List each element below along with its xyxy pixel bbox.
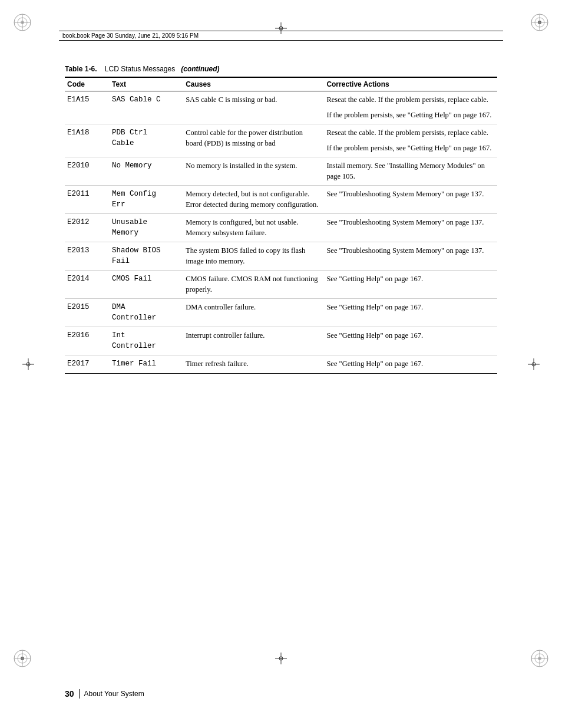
col-header-text: Text <box>110 77 183 91</box>
header-bar: book.book Page 30 Sunday, June 21, 2009 … <box>59 31 503 41</box>
row-causes: The system BIOS failed to copy its flash… <box>183 242 324 271</box>
table-row: E1A15SAS Cable CSAS cable C is missing o… <box>65 91 497 124</box>
main-content: Table 1-6. LCD Status Messages (continue… <box>65 65 497 645</box>
row-text: Timer Fail <box>110 355 183 374</box>
row-causes: SAS cable C is missing or bad. <box>183 91 324 124</box>
crosshair-left <box>22 358 34 370</box>
row-code: E1A18 <box>65 124 110 157</box>
row-causes: Timer refresh failure. <box>183 355 324 374</box>
row-code: E2014 <box>65 271 110 299</box>
row-code: E2010 <box>65 157 110 186</box>
row-code: E2013 <box>65 242 110 271</box>
row-causes: Control cable for the power distribution… <box>183 124 324 157</box>
corner-decoration-tl <box>12 12 33 33</box>
col-header-causes: Causes <box>183 77 324 91</box>
table-row: E2010No MemoryNo memory is installed in … <box>65 157 497 186</box>
row-text: DMA Controller <box>110 299 183 327</box>
row-actions: See "Getting Help" on page 167. <box>324 327 497 355</box>
row-actions: Reseat the cable. If the problem persist… <box>324 124 497 157</box>
row-code: E2017 <box>65 355 110 374</box>
table-row: E2014CMOS FailCMOS failure. CMOS RAM not… <box>65 271 497 299</box>
table-row: E2017Timer FailTimer refresh failure.See… <box>65 355 497 374</box>
corner-decoration-bl <box>12 648 33 669</box>
row-code: E2016 <box>65 327 110 355</box>
row-actions: Install memory. See "Installing Memory M… <box>324 157 497 186</box>
row-code: E2011 <box>65 186 110 214</box>
row-code: E1A15 <box>65 91 110 124</box>
row-causes: DMA controller failure. <box>183 299 324 327</box>
row-text: CMOS Fail <box>110 271 183 299</box>
row-text: No Memory <box>110 157 183 186</box>
table-title-prefix: Table 1-6. <box>65 65 97 73</box>
table-row: E2012Unusable MemoryMemory is configured… <box>65 214 497 242</box>
col-header-actions: Corrective Actions <box>324 77 497 91</box>
data-table: Code Text Causes Corrective Actions E1A1… <box>65 77 497 374</box>
corner-decoration-br <box>529 648 550 669</box>
table-row: E2011Mem Config ErrMemory detected, but … <box>65 186 497 214</box>
row-causes: CMOS failure. CMOS RAM not functioning p… <box>183 271 324 299</box>
crosshair-bottom <box>275 653 287 664</box>
row-actions: See "Troubleshooting System Memory" on p… <box>324 242 497 271</box>
row-text: Int Controller <box>110 327 183 355</box>
crosshair-right <box>528 358 540 370</box>
table-row: E2016Int ControllerInterrupt controller … <box>65 327 497 355</box>
footer-divider <box>79 689 80 699</box>
table-title-main: LCD Status Messages <box>105 65 175 73</box>
table-row: E2013Shadow BIOS FailThe system BIOS fai… <box>65 242 497 271</box>
row-text: Unusable Memory <box>110 214 183 242</box>
table-header-row: Code Text Causes Corrective Actions <box>65 77 497 91</box>
row-actions: Reseat the cable. If the problem persist… <box>324 91 497 124</box>
row-actions: See "Getting Help" on page 167. <box>324 299 497 327</box>
row-code: E2012 <box>65 214 110 242</box>
header-text: book.book Page 30 Sunday, June 21, 2009 … <box>62 32 199 39</box>
row-text: Shadow BIOS Fail <box>110 242 183 271</box>
row-text: PDB Ctrl Cable <box>110 124 183 157</box>
row-actions: See "Troubleshooting System Memory" on p… <box>324 186 497 214</box>
table-row: E1A18PDB Ctrl CableControl cable for the… <box>65 124 497 157</box>
row-actions: See "Troubleshooting System Memory" on p… <box>324 214 497 242</box>
table-title-suffix: (continued) <box>181 65 219 73</box>
footer-section-text: About Your System <box>84 690 144 698</box>
table-title: Table 1-6. LCD Status Messages (continue… <box>65 65 497 73</box>
footer-page-number: 30 <box>65 689 74 699</box>
row-causes: No memory is installed in the system. <box>183 157 324 186</box>
row-text: SAS Cable C <box>110 91 183 124</box>
table-row: E2015DMA ControllerDMA controller failur… <box>65 299 497 327</box>
row-causes: Memory is configured, but not usable. Me… <box>183 214 324 242</box>
row-text: Mem Config Err <box>110 186 183 214</box>
page-container: book.book Page 30 Sunday, June 21, 2009 … <box>0 0 562 728</box>
row-causes: Interrupt controller failure. <box>183 327 324 355</box>
col-header-code: Code <box>65 77 110 91</box>
corner-decoration-tr <box>529 12 550 33</box>
row-actions: See "Getting Help" on page 167. <box>324 271 497 299</box>
row-causes: Memory detected, but is not configurable… <box>183 186 324 214</box>
row-code: E2015 <box>65 299 110 327</box>
row-actions: See "Getting Help" on page 167. <box>324 355 497 374</box>
footer: 30 About Your System <box>65 689 497 699</box>
